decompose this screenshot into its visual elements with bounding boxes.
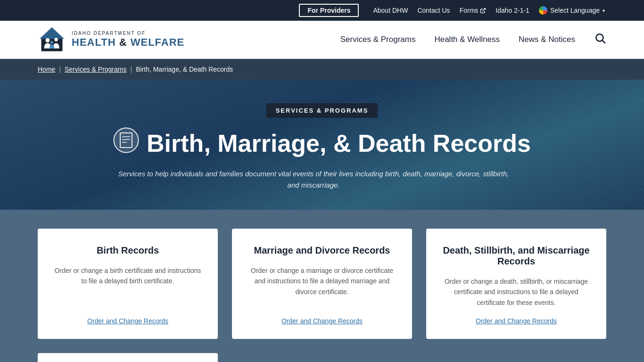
- death-records-card: Death, Stillbirth, and Miscarriage Recor…: [426, 229, 606, 339]
- cards-row-partial: Advance Directives and: [38, 353, 606, 362]
- marriage-records-title: Marriage and Divorce Records: [254, 245, 390, 256]
- marriage-records-card: Marriage and Divorce Records Order or ch…: [232, 229, 412, 339]
- breadcrumb-sep-1: |: [59, 66, 61, 73]
- birth-records-description: Order or change a birth certificate and …: [52, 265, 204, 308]
- google-translate-icon: [539, 6, 547, 15]
- birth-records-title: Birth Records: [97, 245, 159, 256]
- death-records-title: Death, Stillbirth, and Miscarriage Recor…: [440, 245, 592, 267]
- logo-image: [38, 25, 66, 54]
- chevron-down-icon: ▾: [603, 8, 605, 13]
- svg-line-7: [603, 41, 605, 43]
- breadcrumb-current: Birth, Marriage, & Death Records: [136, 66, 233, 73]
- about-dhw-link[interactable]: About DHW: [373, 7, 408, 14]
- death-records-link[interactable]: Order and Change Records: [476, 317, 557, 325]
- cards-section: Birth Records Order or change a birth ce…: [0, 210, 644, 362]
- svg-point-8: [114, 128, 139, 153]
- site-logo[interactable]: IDAHO DEPARTMENT OF HEALTH & WELFARE: [38, 25, 184, 54]
- hero-section: SERVICES & PROGRAMS Birth, Marriage, & D…: [0, 80, 644, 210]
- svg-point-6: [596, 34, 603, 41]
- marriage-records-description: Order or change a marriage or divorce ce…: [246, 265, 398, 308]
- svg-point-3: [46, 38, 50, 42]
- nav-services-programs[interactable]: Services & Programs: [340, 35, 416, 44]
- language-selector[interactable]: Select Language ▾: [539, 6, 605, 15]
- forms-link[interactable]: Forms: [460, 7, 487, 14]
- idaho211-link[interactable]: Idaho 2-1-1: [495, 7, 529, 14]
- search-button[interactable]: [594, 32, 606, 47]
- svg-point-4: [54, 38, 58, 41]
- marriage-records-link[interactable]: Order and Change Records: [281, 317, 363, 325]
- site-header: IDAHO DEPARTMENT OF HEALTH & WELFARE Ser…: [0, 21, 644, 59]
- breadcrumb-home[interactable]: Home: [38, 66, 55, 73]
- page-title: Birth, Marriage, & Death Records: [147, 129, 531, 157]
- breadcrumb-sep-2: |: [130, 66, 132, 73]
- birth-records-link[interactable]: Order and Change Records: [87, 317, 168, 325]
- hero-title-row: Birth, Marriage, & Death Records: [113, 127, 531, 159]
- breadcrumb-services[interactable]: Services & Programs: [65, 66, 126, 73]
- advance-directives-card: Advance Directives and: [38, 353, 218, 362]
- svg-marker-2: [40, 27, 65, 39]
- nav-health-wellness[interactable]: Health & Wellness: [434, 35, 500, 44]
- records-icon: [113, 127, 139, 159]
- external-link-icon: [480, 8, 486, 14]
- for-providers-button[interactable]: For Providers: [299, 4, 359, 17]
- main-nav: Services & Programs Health & Wellness Ne…: [340, 32, 606, 47]
- death-records-description: Order or change a death, stillbirth, or …: [440, 276, 592, 308]
- nav-news-notices[interactable]: News & Notices: [519, 35, 575, 44]
- svg-line-0: [483, 8, 486, 11]
- dept-label: IDAHO DEPARTMENT OF: [72, 31, 184, 36]
- cards-row-main: Birth Records Order or change a birth ce…: [38, 229, 606, 339]
- hero-subtitle: Services to help individuals and familie…: [113, 168, 514, 191]
- org-name: HEALTH & WELFARE: [72, 36, 184, 49]
- birth-records-card: Birth Records Order or change a birth ce…: [38, 229, 218, 339]
- top-bar: For Providers About DHW Contact Us Forms…: [0, 0, 644, 21]
- breadcrumb: Home | Services & Programs | Birth, Marr…: [0, 59, 644, 80]
- logo-text: IDAHO DEPARTMENT OF HEALTH & WELFARE: [72, 31, 184, 49]
- contact-us-link[interactable]: Contact Us: [417, 7, 450, 14]
- svg-point-5: [50, 41, 53, 44]
- services-badge: SERVICES & PROGRAMS: [266, 103, 378, 118]
- select-language-label: Select Language: [550, 7, 600, 14]
